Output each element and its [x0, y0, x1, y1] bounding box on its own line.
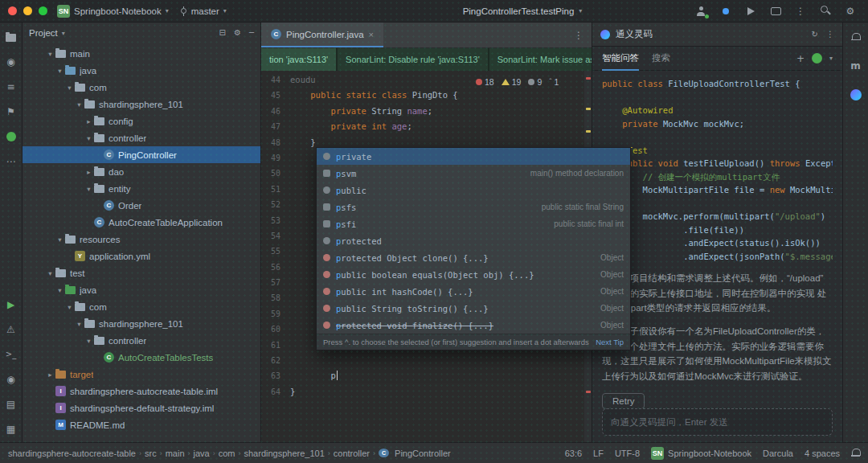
run-configuration-widget[interactable]: PingControllerTest.testPing ▾	[463, 6, 583, 16]
close-tab-icon[interactable]: ×	[369, 30, 374, 39]
expand-toggle-icon[interactable]: ▸	[45, 371, 55, 379]
intention-action[interactable]: SonarLint: Disable rule 'java:S113'	[338, 48, 488, 71]
todo-icon[interactable]: ▤	[5, 398, 18, 411]
status-project-widget[interactable]: SN Springboot-Notebook	[651, 447, 751, 460]
completion-item[interactable]: psvmmain() method declaration	[317, 165, 630, 182]
completion-item[interactable]: public int hashCode() {...}Object	[317, 283, 630, 300]
session-status-icon[interactable]	[812, 53, 822, 64]
run-icon[interactable]: ▶	[5, 298, 18, 311]
tree-item-resources[interactable]: ▾resources	[23, 231, 260, 248]
editor-line[interactable]: 45 public static class PingDto {	[261, 88, 592, 103]
editor-line[interactable]: 63 p	[261, 368, 592, 383]
chat-input[interactable]: 向通义灵码提问，Enter 发送	[602, 408, 833, 436]
completion-item[interactable]: public boolean equals(Object obj) {...}O…	[317, 266, 630, 283]
breadcrumb-segment[interactable]: com	[219, 449, 235, 458]
tree-item-controller[interactable]: ▾controller	[23, 332, 260, 349]
send-icon[interactable]	[744, 5, 757, 18]
vcs-branch-widget[interactable]: master ▾	[180, 6, 227, 16]
expand-toggle-icon[interactable]: ▾	[55, 286, 65, 294]
tree-item-application.yml[interactable]: Yapplication.yml	[23, 248, 260, 264]
screen-share-icon[interactable]	[769, 5, 782, 18]
terminal-icon[interactable]: >_	[5, 348, 18, 361]
intention-action[interactable]: tion 'java:S113'	[261, 48, 336, 71]
tree-item-entity[interactable]: ▾entity	[23, 180, 260, 197]
breadcrumb-segment[interactable]: main	[166, 449, 185, 458]
services-icon[interactable]: ▦	[5, 423, 18, 436]
tab-search[interactable]: 搜索	[652, 47, 670, 71]
tree-item-config[interactable]: ▸config	[23, 113, 260, 129]
minimize-window-button[interactable]	[23, 6, 32, 15]
breadcrumb-segment[interactable]: shardingsphere_101	[244, 449, 324, 458]
expand-toggle-icon[interactable]: ▾	[84, 134, 94, 142]
tree-item-test[interactable]: ▾test	[23, 264, 260, 281]
indent-setting[interactable]: 4 spaces	[805, 449, 840, 458]
git-icon[interactable]: ◉	[5, 373, 18, 386]
tree-item-java[interactable]: ▾java	[23, 281, 260, 298]
more-icon[interactable]: ⋯	[5, 155, 18, 168]
collapse-all-icon[interactable]: ⊟	[219, 29, 226, 37]
breadcrumb-segment[interactable]: src	[145, 449, 157, 458]
expand-toggle-icon[interactable]: ▾	[64, 303, 75, 311]
close-window-button[interactable]	[8, 6, 17, 15]
editor-line[interactable]: 47 private int age;	[261, 119, 592, 134]
completion-item[interactable]: protected	[317, 232, 630, 249]
theme-name[interactable]: Darcula	[763, 449, 793, 458]
ai-status-icon[interactable]	[719, 5, 732, 18]
hide-panel-icon[interactable]: ─	[249, 29, 254, 37]
user-icon[interactable]	[694, 5, 707, 18]
notifications-icon[interactable]	[851, 449, 860, 457]
commit-icon[interactable]: ◉	[5, 55, 18, 68]
completion-item[interactable]: psfspublic static final String	[317, 199, 630, 215]
new-session-icon[interactable]: +	[796, 54, 805, 64]
tree-item-AutoCreateTablesTests[interactable]: CAutoCreateTablesTests	[23, 349, 260, 366]
tree-item-controller[interactable]: ▾controller	[23, 129, 260, 146]
editor-line[interactable]: 64}	[261, 384, 592, 399]
settings-icon[interactable]: ⚙	[844, 5, 857, 18]
file-encoding[interactable]: UTF-8	[615, 449, 640, 458]
history-icon[interactable]: ↻	[812, 31, 818, 39]
intention-action[interactable]: SonarLint: Mark issue as...	[489, 48, 592, 71]
expand-toggle-icon[interactable]: ▾	[55, 67, 65, 75]
completion-item[interactable]: public String toString() {...}Object	[317, 300, 630, 317]
notifications-icon[interactable]	[850, 31, 862, 43]
tab-smart-qa[interactable]: 智能问答	[602, 47, 639, 71]
editor-line[interactable]: 46 private String name;	[261, 104, 592, 119]
maven-icon[interactable]: m	[850, 59, 862, 72]
project-panel-title[interactable]: Project	[29, 28, 58, 38]
tree-item-shardingsphere-default-strategy.iml[interactable]: Ishardingsphere-default-strategy.iml	[23, 399, 260, 416]
project-icon[interactable]	[5, 31, 18, 43]
expand-toggle-icon[interactable]: ▾	[84, 185, 94, 193]
next-tip-link[interactable]: Next Tip	[596, 338, 624, 346]
expand-toggle-icon[interactable]: ▾	[84, 337, 94, 345]
tree-item-main[interactable]: ▾main	[23, 45, 260, 62]
tree-item-java[interactable]: ▾java	[23, 62, 260, 79]
more-vertical-icon[interactable]: ⋮	[794, 5, 807, 18]
tree-item-shardingsphere_101[interactable]: ▾shardingsphere_101	[23, 96, 260, 113]
editor-tab[interactable]: C PingController.java ×	[261, 23, 383, 47]
tree-item-README.md[interactable]: MREADME.md	[23, 416, 260, 433]
expand-toggle-icon[interactable]: ▸	[84, 117, 94, 125]
expand-toggle-icon[interactable]: ▾	[55, 236, 65, 244]
caret-position[interactable]: 63:6	[565, 449, 582, 458]
expand-toggle-icon[interactable]: ▾	[45, 50, 55, 58]
completion-item[interactable]: private	[317, 148, 630, 165]
tree-item-dao[interactable]: ▸dao	[23, 163, 260, 180]
breadcrumb-segment[interactable]: java	[194, 449, 210, 458]
completion-item[interactable]: protected Object clone() {...}Object	[317, 249, 630, 266]
tree-item-target[interactable]: ▸target	[23, 366, 260, 383]
expand-toggle-icon[interactable]: ▾	[64, 84, 75, 92]
chevron-down-icon[interactable]: ▾	[829, 55, 833, 62]
project-widget[interactable]: SN Springboot-Notebook ▾	[57, 5, 169, 18]
gradle-icon[interactable]	[5, 130, 18, 143]
tree-item-AutoCreateTableApplication[interactable]: CAutoCreateTableApplication	[23, 214, 260, 231]
lingma-icon[interactable]	[850, 88, 862, 101]
editor-line[interactable]: 62	[261, 353, 592, 368]
tree-item-PingController[interactable]: CPingController	[23, 146, 260, 163]
more-vertical-icon[interactable]: ⋮	[826, 31, 834, 39]
inspections-widget[interactable]: 18 19 9 ˆ1	[476, 77, 559, 87]
tree-item-shardingsphere_101[interactable]: ▾shardingsphere_101	[23, 315, 260, 332]
tree-item-Order[interactable]: COrder	[23, 197, 260, 214]
breadcrumb-segment[interactable]: controller	[334, 449, 370, 458]
completion-item[interactable]: protected void finalize() {...}Object	[317, 317, 630, 334]
expand-toggle-icon[interactable]: ▸	[84, 168, 94, 176]
